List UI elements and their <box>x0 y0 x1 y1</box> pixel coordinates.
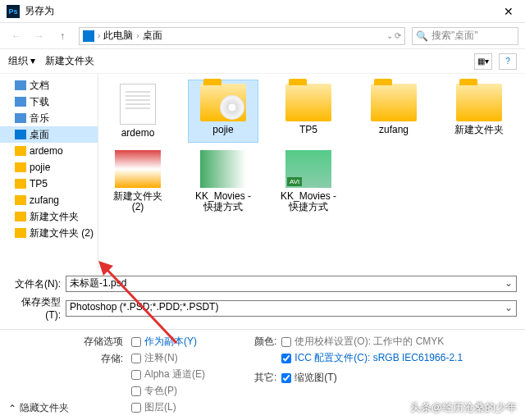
file-item[interactable]: ardemo <box>103 80 172 142</box>
forward-button[interactable]: → <box>30 26 49 46</box>
file-label: KK_Movies - 快捷方式 <box>277 191 340 212</box>
file-item[interactable]: 新建文件夹 <box>445 80 514 142</box>
filename-fields: 文件名(N): 未标题-1.psd 保存类型(T): Photoshop (*.… <box>0 271 525 329</box>
filename-label: 文件名(N): <box>8 277 66 291</box>
back-button[interactable]: ← <box>7 26 26 46</box>
tree-item[interactable]: 新建文件夹 <box>0 208 98 225</box>
chevron-down-icon: ⌃ <box>8 403 16 414</box>
filetype-label: 保存类型(T): <box>8 295 66 321</box>
file-item[interactable]: pojie <box>189 80 258 142</box>
folder-icon <box>15 195 26 205</box>
nav-bar: ← → ↑ › 此电脑 › 桌面 ⌄ ⟳ 🔍 搜索"桌面" <box>0 23 525 49</box>
folder-icon <box>285 84 331 121</box>
main-area: 文档下载音乐桌面ardemopojieTP5zufang新建文件夹新建文件夹 (… <box>0 74 525 271</box>
thumbnail-icon <box>200 150 246 188</box>
pc-icon <box>83 30 94 42</box>
file-item[interactable]: zufang <box>359 80 428 142</box>
tree-label: 新建文件夹 <box>30 210 79 224</box>
tree-label: 下载 <box>30 95 49 109</box>
close-icon[interactable]: ✕ <box>499 5 518 18</box>
tree-label: 音乐 <box>30 112 49 126</box>
tree-item[interactable]: zufang <box>0 192 98 208</box>
thumbnail-icon <box>115 150 161 188</box>
refresh-icon[interactable]: ⟳ <box>395 31 401 40</box>
tree-item[interactable]: 音乐 <box>0 110 98 126</box>
thumbnail-icon <box>285 150 331 188</box>
thumb-checkbox[interactable]: 缩览图(T) <box>281 371 336 385</box>
toolbar: 组织 ▾ 新建文件夹 ▦▾ ? <box>0 49 525 74</box>
help-button[interactable]: ? <box>499 53 517 70</box>
file-grid[interactable]: ardemopojieTP5zufang新建文件夹新建文件夹 (2)KK_Mov… <box>98 74 525 271</box>
watermark: 头条@经历沧桑的少年 <box>410 400 517 415</box>
folder-icon <box>371 84 417 121</box>
file-label: KK_Movies - 快捷方式 <box>192 191 254 212</box>
folder-icon <box>15 162 26 172</box>
layers-checkbox[interactable]: 图层(L) <box>131 400 254 414</box>
window-title: 另存为 <box>25 4 499 18</box>
tree-label: 新建文件夹 (2) <box>30 226 94 240</box>
tree-item[interactable]: ardemo <box>0 143 98 159</box>
new-folder-button[interactable]: 新建文件夹 <box>45 54 94 68</box>
folder-icon <box>15 130 26 139</box>
folder-tree[interactable]: 文档下载音乐桌面ardemopojieTP5zufang新建文件夹新建文件夹 (… <box>0 74 98 271</box>
tree-label: 文档 <box>30 79 49 93</box>
copy-checkbox[interactable]: 作为副本(Y) <box>131 335 254 349</box>
up-button[interactable]: ↑ <box>52 26 72 46</box>
photoshop-icon: Ps <box>7 5 20 18</box>
tree-item[interactable]: 新建文件夹 (2) <box>0 225 98 241</box>
title-bar: Ps 另存为 ✕ <box>0 0 525 23</box>
tree-item[interactable]: 桌面 <box>0 126 98 143</box>
tree-label: pojie <box>30 162 50 173</box>
options-heading: 存储选项 <box>8 335 123 349</box>
folder-icon <box>15 228 26 238</box>
proof-checkbox[interactable]: 使用校样设置(O): 工作中的 CMYK <box>281 335 463 349</box>
icc-checkbox[interactable]: ICC 配置文件(C): sRGB IEC61966-2.1 <box>281 351 463 365</box>
save-label: 存储: <box>8 352 123 366</box>
file-item[interactable]: TP5 <box>274 80 343 142</box>
other-label: 其它: <box>254 371 276 387</box>
tree-label: 桌面 <box>30 128 49 142</box>
chevron-right-icon: › <box>136 31 139 40</box>
folder-icon <box>15 146 26 156</box>
file-label: TP5 <box>299 125 317 135</box>
tree-label: TP5 <box>30 178 48 189</box>
tree-item[interactable]: TP5 <box>0 176 98 192</box>
search-icon: 🔍 <box>416 30 428 42</box>
tree-item[interactable]: pojie <box>0 159 98 176</box>
alpha-checkbox[interactable]: Alpha 通道(E) <box>131 368 254 381</box>
textfile-icon <box>120 84 156 125</box>
crumb-root[interactable]: 此电脑 <box>103 29 133 43</box>
folder-icon <box>456 84 502 121</box>
file-label: pojie <box>212 125 233 135</box>
filename-input[interactable]: 未标题-1.psd <box>66 276 517 292</box>
organize-button[interactable]: 组织 ▾ <box>8 54 35 68</box>
breadcrumb[interactable]: › 此电脑 › 桌面 ⌄ ⟳ <box>79 27 405 45</box>
crumb-folder[interactable]: 桌面 <box>143 29 162 43</box>
tree-item[interactable]: 文档 <box>0 77 98 94</box>
chevron-down-icon[interactable]: ⌄ <box>386 31 393 40</box>
file-label: 新建文件夹 <box>454 125 504 135</box>
search-placeholder: 搜索"桌面" <box>431 29 478 43</box>
folder-disc-icon <box>200 84 246 121</box>
tree-item[interactable]: 下载 <box>0 94 98 110</box>
file-item[interactable]: KK_Movies - 快捷方式 <box>274 147 343 216</box>
folder-icon <box>15 212 26 221</box>
tree-label: ardemo <box>30 145 63 157</box>
file-item[interactable]: KK_Movies - 快捷方式 <box>189 147 258 216</box>
folder-icon <box>15 113 26 123</box>
spot-checkbox[interactable]: 专色(P) <box>131 384 254 398</box>
view-button[interactable]: ▦▾ <box>474 53 492 70</box>
file-label: ardemo <box>121 128 155 139</box>
color-label: 颜色: <box>254 335 276 368</box>
folder-icon <box>15 80 26 90</box>
chevron-right-icon: › <box>98 31 100 40</box>
folder-icon <box>15 179 26 189</box>
file-item[interactable]: 新建文件夹 (2) <box>103 147 172 216</box>
file-label: zufang <box>379 125 409 135</box>
filetype-select[interactable]: Photoshop (*.PSD;*.PDD;*.PSDT) <box>66 300 517 317</box>
hide-folders-button[interactable]: ⌃ 隐藏文件夹 <box>8 401 69 415</box>
file-label: 新建文件夹 (2) <box>107 191 169 212</box>
tree-label: zufang <box>30 194 59 206</box>
notes-checkbox[interactable]: 注释(N) <box>131 351 254 365</box>
search-input[interactable]: 🔍 搜索"桌面" <box>412 27 518 45</box>
